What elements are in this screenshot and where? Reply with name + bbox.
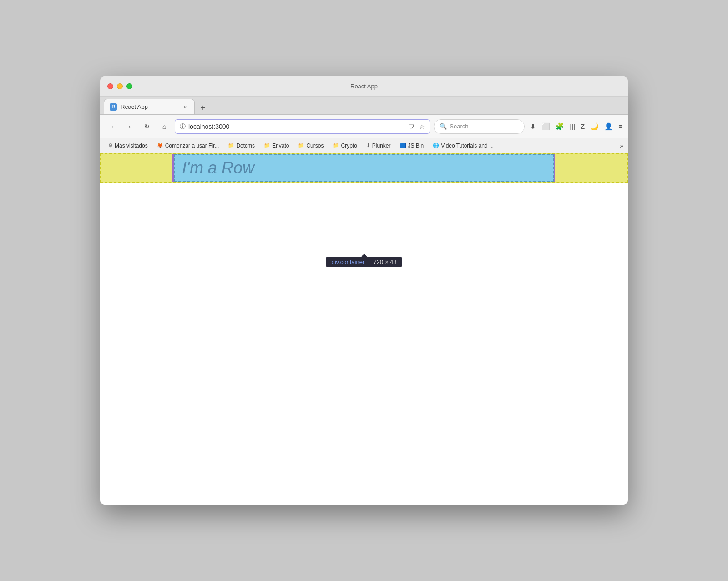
- bookmarks-more-button[interactable]: »: [620, 142, 623, 149]
- dark-mode-icon[interactable]: 🌙: [590, 122, 599, 131]
- traffic-lights: [107, 83, 132, 89]
- active-tab[interactable]: R React App ×: [104, 99, 195, 114]
- bookmark-mas-visitados[interactable]: ⚙ Más visitados: [105, 142, 152, 150]
- info-icon: ⓘ: [180, 122, 186, 131]
- bookmark-label: Envato: [272, 143, 289, 149]
- title-bar: React App: [100, 76, 628, 97]
- browser-window: React App R React App × + ‹ › ↻ ⌂ ⓘ loca…: [100, 76, 628, 505]
- minimize-button[interactable]: [117, 83, 123, 89]
- address-actions: ··· 🛡 ☆: [399, 123, 425, 130]
- bookmark-label: Plunker: [372, 143, 391, 149]
- left-padding-col: [101, 154, 174, 182]
- folder-bookmark-icon: 📁: [298, 143, 304, 148]
- plunker-bookmark-icon: ⬇: [366, 143, 370, 148]
- nav-icons: ⬇ ⬜ 🧩 ||| Z 🌙 👤 ≡: [530, 122, 622, 131]
- profile-icon[interactable]: 👤: [604, 122, 613, 131]
- tab-favicon: R: [110, 103, 117, 111]
- download-icon[interactable]: ⬇: [530, 122, 536, 131]
- search-icon: 🔍: [440, 123, 447, 130]
- bookmark-envato[interactable]: 📁 Envato: [260, 142, 293, 150]
- tab-bar: R React App × +: [100, 97, 628, 115]
- bookmark-label: JS Bin: [408, 143, 424, 149]
- bookmarks-bar: ⚙ Más visitados 🦊 Comenzar a usar Fir...…: [100, 138, 628, 153]
- reader-view-icon[interactable]: ⬜: [541, 122, 550, 131]
- guide-line-left: [173, 153, 173, 505]
- main-container: I'm a Row: [174, 154, 554, 182]
- bookmark-label: Comenzar a usar Fir...: [165, 143, 219, 149]
- row-wrapper: I'm a Row: [100, 153, 628, 183]
- guide-line-right: [555, 153, 555, 505]
- bookmark-cursos[interactable]: 📁 Cursos: [294, 142, 327, 150]
- refresh-button[interactable]: ↻: [140, 120, 154, 133]
- devtools-tooltip: div.container | 720 × 48: [326, 257, 402, 267]
- jsbin-bookmark-icon: 🟦: [400, 143, 406, 148]
- home-button[interactable]: ⌂: [157, 120, 171, 133]
- tab-label: React App: [121, 103, 178, 110]
- url-text: localhost:3000: [188, 123, 396, 130]
- nav-bar: ‹ › ↻ ⌂ ⓘ localhost:3000 ··· 🛡 ☆ 🔍 Searc…: [100, 115, 628, 138]
- bookmark-dotcms[interactable]: 📁 Dotcms: [224, 142, 258, 150]
- forward-button[interactable]: ›: [123, 120, 136, 133]
- bookmark-label: Dotcms: [236, 143, 255, 149]
- more-options-button[interactable]: ···: [399, 123, 404, 130]
- pocket-button[interactable]: 🛡: [408, 123, 415, 130]
- settings-bookmark-icon: ⚙: [108, 143, 113, 148]
- bookmark-label: Video Tutorials and ...: [441, 143, 494, 149]
- search-bar[interactable]: 🔍 Search: [434, 119, 525, 134]
- address-bar[interactable]: ⓘ localhost:3000 ··· 🛡 ☆: [175, 119, 430, 134]
- bookmark-plunker[interactable]: ⬇ Plunker: [363, 142, 394, 150]
- bookmarks-library-icon[interactable]: |||: [570, 122, 575, 130]
- bookmark-video-tutorials[interactable]: 🌐 Video Tutorials and ...: [429, 142, 497, 150]
- window-title: React App: [350, 83, 378, 90]
- zotero-icon[interactable]: Z: [581, 122, 585, 130]
- bookmark-jsbin[interactable]: 🟦 JS Bin: [396, 142, 428, 150]
- close-button[interactable]: [107, 83, 113, 89]
- menu-icon[interactable]: ≡: [618, 122, 622, 130]
- search-placeholder: Search: [450, 123, 468, 130]
- firefox-bookmark-icon: 🦊: [157, 143, 163, 148]
- new-tab-button[interactable]: +: [197, 102, 209, 114]
- tooltip-dimensions: 720 × 48: [374, 259, 397, 265]
- bookmark-label: Más visitados: [115, 143, 148, 149]
- bookmark-label: Crypto: [341, 143, 357, 149]
- back-button[interactable]: ‹: [106, 120, 119, 133]
- guide-lines: [100, 153, 628, 505]
- folder-bookmark-icon: 📁: [228, 143, 234, 148]
- maximize-button[interactable]: [126, 83, 132, 89]
- bookmark-firefox[interactable]: 🦊 Comenzar a usar Fir...: [153, 142, 223, 150]
- folder-bookmark-icon: 📁: [333, 143, 339, 148]
- web-bookmark-icon: 🌐: [433, 143, 439, 148]
- bookmark-label: Cursos: [306, 143, 324, 149]
- tooltip-selector: div.container: [331, 259, 364, 265]
- row-heading: I'm a Row: [182, 158, 254, 178]
- tooltip-divider: |: [368, 259, 369, 265]
- extensions-icon[interactable]: 🧩: [556, 122, 564, 131]
- right-padding-col: [554, 154, 627, 182]
- bookmark-crypto[interactable]: 📁 Crypto: [329, 142, 360, 150]
- bookmark-star-button[interactable]: ☆: [419, 123, 425, 130]
- page-content: I'm a Row div.container | 720 × 48: [100, 153, 628, 505]
- folder-bookmark-icon: 📁: [264, 143, 270, 148]
- tab-close-button[interactable]: ×: [182, 103, 189, 111]
